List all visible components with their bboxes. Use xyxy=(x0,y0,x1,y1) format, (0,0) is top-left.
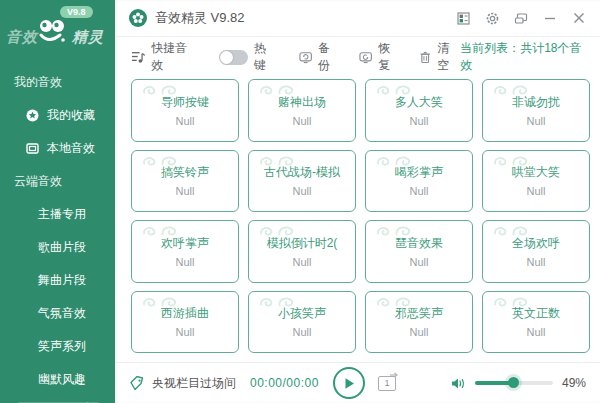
sound-title: 搞笑铃声 xyxy=(161,164,209,181)
logo-text-right: 精灵 xyxy=(72,28,104,47)
sound-card[interactable]: 古代战场-模拟Null xyxy=(248,150,356,213)
minimize-icon[interactable] xyxy=(543,11,557,25)
sound-title: 导师按键 xyxy=(161,94,209,111)
sound-card[interactable]: 哄堂大笑Null xyxy=(482,150,590,213)
sidebar-item-dance-clips[interactable]: 舞曲片段 xyxy=(0,264,115,297)
sound-card[interactable]: 喝彩掌声Null xyxy=(365,150,473,213)
sound-card[interactable]: 欢呼掌声Null xyxy=(131,220,239,283)
restore-label: 恢复 xyxy=(378,40,401,74)
app-window: 音效 精灵 V9.8 我的音效 我的收藏 xyxy=(0,0,600,403)
sound-title: 小孩笑声 xyxy=(278,305,326,322)
playlist-music-icon xyxy=(131,50,145,64)
sound-title: 欢呼掌声 xyxy=(161,235,209,252)
sound-hotkey-value: Null xyxy=(176,185,195,197)
sound-hotkey-value: Null xyxy=(176,256,195,268)
quick-sound-label: 快捷音效 xyxy=(151,40,197,74)
mini-mode-icon[interactable] xyxy=(514,11,528,25)
loop-mode-value: 1 xyxy=(384,378,389,388)
loop-once-button[interactable]: 1 xyxy=(378,376,396,391)
sound-card[interactable]: 多人大笑Null xyxy=(365,79,473,142)
sound-title: 非诚勿扰 xyxy=(512,94,560,111)
sound-card[interactable]: 全场欢呼Null xyxy=(482,220,590,283)
restore-button[interactable]: 恢复 xyxy=(359,40,401,74)
sound-card[interactable]: 模拟倒计时2(Null xyxy=(248,220,356,283)
sidebar-item-label: 我的收藏 xyxy=(47,107,95,124)
sound-card[interactable]: 英文正数Null xyxy=(482,291,590,354)
sound-card-grid: 导师按键Null 赌神出场Null 多人大笑Null 非诚勿扰Null 搞笑铃声… xyxy=(115,71,600,362)
sound-title: 全场欢呼 xyxy=(512,235,560,252)
window-controls xyxy=(456,11,586,25)
playback-controls: 1 xyxy=(333,367,396,399)
sound-card[interactable]: 琶音效果Null xyxy=(365,220,473,283)
sound-hotkey-value: Null xyxy=(293,326,312,338)
logo-text-left: 音效 xyxy=(6,28,38,47)
sidebar-item-streamer[interactable]: 主播专用 xyxy=(0,198,115,231)
sound-title: 琶音效果 xyxy=(395,235,443,252)
sound-card[interactable]: 小孩笑声Null xyxy=(248,291,356,354)
window-title: 音效精灵 V9.82 xyxy=(155,9,245,27)
clear-button[interactable]: 清空 xyxy=(419,40,460,74)
sound-hotkey-value: Null xyxy=(176,115,195,127)
monitor-icon xyxy=(26,142,39,155)
volume-percent-label: 49% xyxy=(562,376,586,390)
sidebar-item-humor[interactable]: 幽默风趣 xyxy=(0,363,115,396)
volume-slider-knob[interactable] xyxy=(508,377,519,388)
titlebar: 音效精灵 V9.82 xyxy=(115,0,600,37)
app-logo: 音效 精灵 V9.8 xyxy=(0,0,115,58)
sidebar-item-label: 舞曲片段 xyxy=(38,272,86,289)
volume-slider[interactable] xyxy=(475,381,553,385)
list-summary: 当前列表：共计18个音效 xyxy=(460,40,588,74)
quick-sound-button[interactable]: 快捷音效 xyxy=(131,40,197,74)
restore-icon xyxy=(359,51,372,64)
sound-card[interactable]: 西游插曲Null xyxy=(131,291,239,354)
sidebar-item-label: 气氛音效 xyxy=(38,305,86,322)
backup-label: 备份 xyxy=(318,40,341,74)
gear-icon[interactable] xyxy=(485,11,499,25)
sound-hotkey-value: Null xyxy=(527,185,546,197)
sound-hotkey-value: Null xyxy=(293,256,312,268)
flower-app-icon xyxy=(129,9,147,27)
hotkey-toggle[interactable] xyxy=(219,50,248,65)
trash-icon xyxy=(419,51,431,64)
playback-time: 00:00/00:00 xyxy=(250,376,319,390)
sound-card[interactable]: 非诚勿扰Null xyxy=(482,79,590,142)
speaker-icon[interactable] xyxy=(451,377,466,390)
play-button[interactable] xyxy=(333,367,365,399)
main-panel: 音效精灵 V9.82 xyxy=(115,0,600,403)
sound-card[interactable]: 导师按键Null xyxy=(131,79,239,142)
toggle-knob xyxy=(220,51,233,64)
sound-title: 喝彩掌声 xyxy=(395,164,443,181)
sound-hotkey-value: Null xyxy=(410,326,429,338)
version-badge: V9.8 xyxy=(60,6,93,18)
sidebar-item-label: 歌曲片段 xyxy=(38,239,86,256)
sidebar-item-ambience[interactable]: 气氛音效 xyxy=(0,297,115,330)
star-badge-icon xyxy=(26,109,39,122)
sidebar-item-label: 幽默风趣 xyxy=(38,371,86,388)
sidebar-item-local-sounds[interactable]: 本地音效 xyxy=(0,132,115,165)
sidebar-item-label: 主播专用 xyxy=(38,206,86,223)
sidebar-item-song-clips[interactable]: 歌曲片段 xyxy=(0,231,115,264)
sound-card[interactable]: 赌神出场Null xyxy=(248,79,356,142)
sound-title: 邪恶笑声 xyxy=(395,305,443,322)
sound-card[interactable]: 邪恶笑声Null xyxy=(365,291,473,354)
section-cloud-sounds: 云端音效 xyxy=(0,165,115,198)
hotkey-label: 热键 xyxy=(254,40,277,74)
sidebar-item-laughter[interactable]: 笑声系列 xyxy=(0,330,115,363)
backup-button[interactable]: 备份 xyxy=(299,40,341,74)
toolbar: 快捷音效 热键 备份 xyxy=(115,37,600,71)
player-bar: 央视栏目过场间 00:00/00:00 1 xyxy=(115,362,600,403)
skin-icon[interactable] xyxy=(456,11,470,25)
close-icon[interactable] xyxy=(572,11,586,25)
loop-arrow-icon xyxy=(389,371,399,379)
sidebar-item-label: 笑声系列 xyxy=(38,338,86,355)
sound-title: 哄堂大笑 xyxy=(512,164,560,181)
play-icon xyxy=(343,377,355,390)
sound-hotkey-value: Null xyxy=(293,115,312,127)
sound-title: 多人大笑 xyxy=(395,94,443,111)
sound-card[interactable]: 搞笑铃声Null xyxy=(131,150,239,213)
sound-title: 英文正数 xyxy=(512,305,560,322)
sidebar-item-favorites[interactable]: 我的收藏 xyxy=(0,99,115,132)
smiley-face-icon xyxy=(36,16,68,46)
sidebar-nav: 我的音效 我的收藏 本地音效 云端音效 主播专用 歌曲片段 舞曲片段 气氛音效 xyxy=(0,58,115,396)
sidebar: 音效 精灵 V9.8 我的音效 我的收藏 xyxy=(0,0,115,403)
